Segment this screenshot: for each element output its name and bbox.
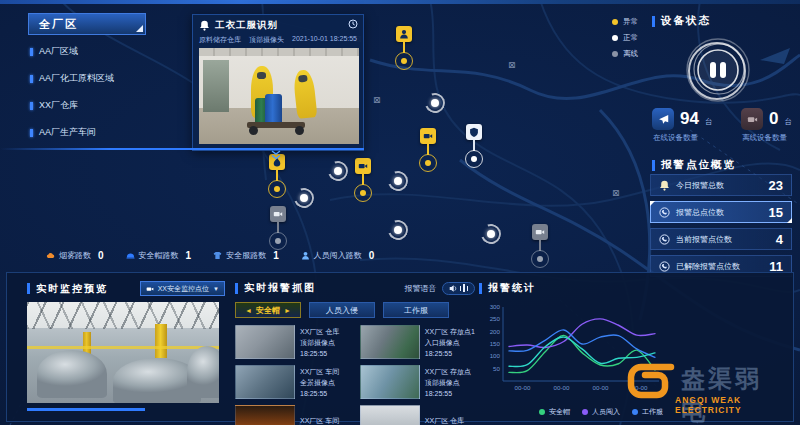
- bullet-icon: [30, 129, 33, 137]
- alarm-video-frame[interactable]: [199, 48, 359, 144]
- map-device-dot-2[interactable]: [388, 171, 408, 191]
- alarm-voice-label: 报警语音: [405, 283, 437, 294]
- map-device-dot-4[interactable]: [388, 220, 408, 240]
- monitor-panel: 实时监控预览 XX安全监控点位 ▼: [27, 281, 225, 411]
- snapshot-card-2[interactable]: XX厂区 车间 全景摄像点 18:25:55: [235, 365, 348, 399]
- alarm-stat-row-2[interactable]: 当前报警点位数 4: [650, 228, 792, 250]
- shield-icon: [466, 124, 482, 140]
- map-pin-camera-5[interactable]: [269, 206, 287, 250]
- alarm-stat-row-1[interactable]: 报警总点位数 15: [650, 201, 792, 223]
- channel-stat-0: 烟雾路数 0: [46, 250, 104, 261]
- sidebar-item-region-1[interactable]: AA厂化工原料区域: [30, 65, 180, 92]
- map-pin-flame-2[interactable]: [268, 154, 286, 198]
- online-device-value: 94: [680, 109, 699, 129]
- device-status-title: 设备状态: [661, 14, 711, 28]
- sidebar-item-region-3[interactable]: AA厂生产车间: [30, 119, 180, 146]
- snapshot-panel-title: 实时报警抓图: [244, 281, 316, 295]
- online-device-label: 在线设备数量: [653, 133, 712, 143]
- svg-text:100: 100: [490, 352, 501, 359]
- alarm-stat-row-0[interactable]: 今日报警总数 23: [650, 174, 792, 196]
- monitor-point-dropdown[interactable]: XX安全监控点位 ▼: [140, 281, 225, 296]
- header-accent-bar: [27, 283, 30, 294]
- monitor-point-dropdown-label: XX安全监控点位: [158, 284, 209, 294]
- svg-text:300: 300: [490, 303, 501, 310]
- video-progress-bar[interactable]: [27, 408, 145, 411]
- camera-icon: [532, 224, 548, 240]
- alarm-popup-header: 工衣工服识别 原料储存仓库 顶部摄像头 2021-10-01 18:25:55: [193, 15, 363, 48]
- alarm-overview-header: 报警点位概览: [652, 158, 736, 172]
- camera-icon: [355, 158, 371, 174]
- helmet-icon: [126, 251, 135, 260]
- alarm-popup-title: 工衣工服识别: [215, 19, 278, 32]
- snapshot-card-4[interactable]: XX厂区 车间: [235, 405, 348, 425]
- svg-text:150: 150: [490, 340, 501, 347]
- alarm-overview-rows: 今日报警总数 23 报警总点位数 15 当前报警点位数 4 已解除报警点位数 1…: [650, 174, 792, 282]
- snapshot-tab-0[interactable]: ◄安全帽►: [235, 302, 301, 318]
- bullet-icon: [30, 75, 33, 83]
- clock-icon[interactable]: [348, 19, 358, 29]
- snapshot-panel: 实时报警抓图 报警语音 ◄安全帽►人员入侵工作服 XX厂区 仓库 顶部摄像点 1…: [235, 281, 475, 425]
- map-device-dot-1[interactable]: [328, 161, 348, 181]
- snapshot-thumbnail: [360, 405, 420, 425]
- svg-text:00-00: 00-00: [554, 384, 570, 391]
- alarm-popup[interactable]: 工衣工服识别 原料储存仓库 顶部摄像头 2021-10-01 18:25:55: [192, 14, 364, 151]
- map-pin-camera-3[interactable]: [354, 158, 372, 202]
- online-device-unit: 台: [705, 117, 713, 127]
- offline-device-label: 离线设备数量: [742, 133, 792, 143]
- device-legend-item-2: 离线: [612, 46, 638, 62]
- person-icon: [301, 251, 310, 260]
- snapshot-thumbnail: [235, 325, 295, 359]
- sidebar-item-region-0[interactable]: AA厂区域: [30, 38, 180, 65]
- map-pin-person-0[interactable]: [395, 26, 413, 70]
- channel-stats-bar: 烟雾路数 0 安全帽路数 1 安全服路数 1 人员闯入路数 0: [46, 250, 374, 261]
- offline-device-count: 0 台 离线设备数量: [741, 108, 792, 143]
- chart-legend-item-1: 人员闯入: [582, 407, 620, 417]
- channel-stat-1: 安全帽路数 1: [126, 250, 192, 261]
- map-device-dot-3[interactable]: [294, 188, 314, 208]
- logo-text-en: ANGQI WEAK ELECTRICITY: [675, 395, 783, 415]
- map-pin-shield-4[interactable]: [465, 124, 483, 168]
- snapshot-grid: XX厂区 仓库 顶部摄像点 18:25:55 XX厂区 存放点1 入口摄像点 1…: [235, 325, 475, 425]
- snapshot-tab-1[interactable]: 人员入侵: [309, 302, 375, 318]
- chevron-down-icon: ▼: [213, 286, 219, 292]
- map-symbol-icon: ⊠: [508, 60, 516, 70]
- snapshot-thumbnail: [360, 325, 420, 359]
- speaker-icon: [449, 284, 458, 293]
- legend-dot-icon: [582, 409, 588, 415]
- channel-stat-3: 人员闯入路数 0: [301, 250, 375, 261]
- snapshot-card-0[interactable]: XX厂区 仓库 顶部摄像点 18:25:55: [235, 325, 348, 359]
- map-pin-camera-6[interactable]: [531, 224, 549, 268]
- map-device-dot-5[interactable]: [481, 224, 501, 244]
- chart-panel: 报警统计 3002502001501005000-0000-0000-0000-…: [479, 281, 667, 417]
- svg-text:00-00: 00-00: [593, 384, 609, 391]
- device-legend-item-0: 异常: [612, 14, 638, 30]
- legend-dot-icon: [539, 409, 545, 415]
- logo-text-zh: 盎渠弱电: [681, 363, 783, 425]
- map-pin-camera-1[interactable]: [419, 128, 437, 172]
- map-device-dot-0[interactable]: [425, 93, 445, 113]
- offline-device-unit: 台: [785, 117, 793, 127]
- snapshot-card-1[interactable]: XX厂区 存放点1 入口摄像点 18:25:55: [360, 325, 475, 359]
- snapshot-tab-2[interactable]: 工作服: [383, 302, 449, 318]
- dashboard-screen: San Jacinto ⊠⊠⊠⊠ 全厂区 AA厂区域AA厂化工原料区域XX厂仓库…: [0, 0, 800, 425]
- svg-text:200: 200: [490, 328, 501, 335]
- channel-stat-2: 安全服路数 1: [213, 250, 279, 261]
- snapshot-card-5[interactable]: XX厂区 仓库: [360, 405, 475, 425]
- device-legend-item-1: 正常: [612, 30, 638, 46]
- region-selector[interactable]: 全厂区: [28, 13, 146, 35]
- alarm-voice-toggle[interactable]: [442, 282, 476, 295]
- monitor-panel-title: 实时监控预览: [36, 282, 108, 296]
- alarm-popup-time: 2021-10-01 18:25:55: [292, 35, 357, 45]
- sidebar-item-region-2[interactable]: XX厂仓库: [30, 92, 180, 119]
- snapshot-card-3[interactable]: XX厂区 存放点 顶部摄像点 18:25:55: [360, 365, 475, 399]
- live-video-preview[interactable]: [27, 302, 219, 403]
- smoke-icon: [46, 251, 55, 260]
- device-legend: 异常正常离线: [612, 14, 638, 62]
- bullet-icon: [30, 48, 33, 56]
- top-accent-strip: [0, 0, 800, 4]
- legend-dot-icon: [632, 409, 638, 415]
- popup-pointer-line: [0, 148, 364, 150]
- snapshot-tabs: ◄安全帽►人员入侵工作服: [235, 302, 475, 318]
- chart-legend: 安全帽人员闯入工作服: [479, 407, 667, 417]
- phone-icon: [659, 261, 670, 272]
